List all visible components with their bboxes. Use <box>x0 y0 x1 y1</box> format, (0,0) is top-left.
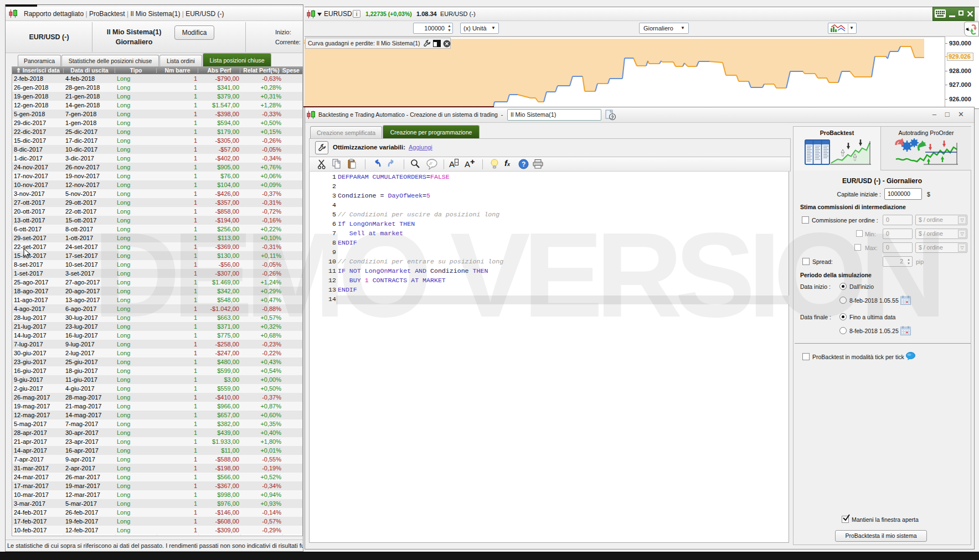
svg-text:?: ? <box>522 160 525 168</box>
svg-text://: // <box>429 161 432 166</box>
svg-text:?: ? <box>611 115 614 120</box>
